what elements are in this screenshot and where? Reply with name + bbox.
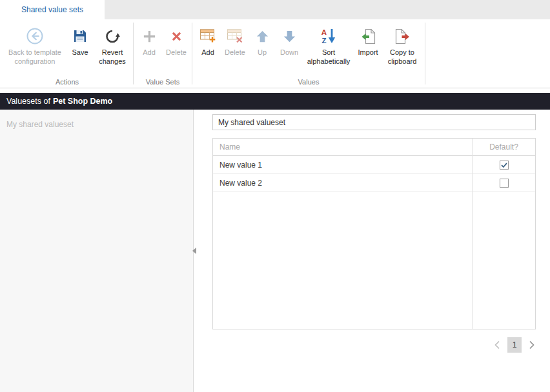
ribbon-group-label-actions: Actions [1, 78, 133, 86]
valueset-list-item[interactable]: My shared valueset [0, 117, 193, 132]
default-checkbox[interactable] [500, 179, 509, 188]
x-icon [169, 25, 184, 47]
valueset-editor-panel: Name Default? New value 1 New value 2 [194, 110, 550, 392]
button-label: Import [358, 48, 378, 57]
arrow-down-icon [282, 25, 297, 47]
sort-az-icon: A Z [320, 25, 338, 47]
copy-clipboard-icon [394, 25, 411, 47]
save-button[interactable]: Save [66, 22, 94, 57]
valueset-list-panel: My shared valueset [0, 110, 194, 392]
pagination: 1 [212, 337, 536, 353]
button-label: Add [201, 48, 214, 57]
arrow-up-icon [255, 25, 270, 47]
default-checkbox[interactable] [500, 161, 509, 170]
next-page-icon[interactable] [527, 340, 536, 350]
table-delete-icon [227, 25, 243, 47]
valueset-title-bar: Valuesets of Pet Shop Demo [0, 93, 550, 110]
value-name-cell: New value 1 [213, 161, 473, 170]
valueset-item-label: My shared valueset [6, 120, 74, 129]
button-label: Revert changes [96, 48, 129, 66]
tab-label: Shared value sets [21, 5, 83, 14]
values-add-button[interactable]: Add [194, 22, 221, 57]
prev-page-icon[interactable] [493, 340, 502, 350]
check-icon [500, 161, 508, 169]
table-add-icon [199, 25, 216, 47]
button-label: Sort alphabetically [305, 48, 352, 66]
sort-alphabetically-button[interactable]: A Z Sort alphabetically [303, 22, 354, 66]
button-label: Back to template configuration [5, 48, 65, 66]
revert-icon [105, 25, 120, 47]
valueset-add-button[interactable]: Add [136, 22, 163, 57]
save-icon [72, 25, 88, 47]
move-up-button[interactable]: Up [249, 22, 276, 57]
ribbon-group-actions: Back to template configuration Save [1, 19, 133, 88]
spacer [0, 88, 550, 93]
button-label: Delete [166, 48, 187, 57]
ribbon-separator [425, 23, 425, 84]
import-icon [360, 25, 376, 47]
value-name-cell: New value 2 [213, 179, 473, 188]
revert-changes-button[interactable]: Revert changes [94, 22, 131, 66]
tab-shared-value-sets[interactable]: Shared value sets [0, 0, 105, 19]
collapse-sidebar-handle[interactable] [191, 244, 197, 257]
copy-to-clipboard-button[interactable]: Copy to clipboard [382, 22, 423, 66]
ribbon-group-value-sets: Add Delete Value Sets [134, 19, 192, 88]
ribbon: Back to template configuration Save [0, 19, 550, 88]
title-project-name: Pet Shop Demo [53, 97, 112, 106]
ribbon-group-label-values: Values [192, 78, 425, 86]
column-separator [472, 139, 473, 329]
button-label: Up [258, 48, 267, 57]
content-area: My shared valueset Name Default? New val… [0, 110, 550, 392]
valueset-name-input[interactable] [212, 114, 536, 130]
value-row[interactable]: New value 2 [213, 174, 535, 192]
column-header-name[interactable]: Name [213, 142, 473, 152]
plus-icon [142, 25, 157, 47]
import-button[interactable]: Import [354, 22, 382, 57]
page-number-button[interactable]: 1 [507, 337, 522, 353]
back-circle-icon [26, 25, 44, 47]
values-table: Name Default? New value 1 New value 2 [212, 138, 536, 329]
button-label: Add [143, 48, 156, 57]
back-to-template-configuration-button[interactable]: Back to template configuration [3, 22, 66, 66]
move-down-button[interactable]: Down [276, 22, 303, 57]
button-label: Save [72, 48, 88, 57]
button-label: Delete [225, 48, 245, 57]
value-default-cell [473, 179, 535, 188]
values-delete-button[interactable]: Delete [221, 22, 249, 57]
ribbon-tab-strip: Shared value sets [0, 0, 550, 19]
valueset-delete-button[interactable]: Delete [163, 22, 190, 57]
ribbon-group-label-value-sets: Value Sets [134, 78, 192, 86]
svg-text:Z: Z [321, 37, 326, 44]
title-prefix: Valuesets of [6, 97, 50, 106]
value-default-cell [473, 161, 535, 170]
value-row[interactable]: New value 1 [213, 156, 535, 174]
button-label: Copy to clipboard [383, 48, 421, 66]
table-header-row: Name Default? [213, 139, 535, 156]
svg-text:A: A [321, 28, 327, 36]
ribbon-group-values: Add Delete [192, 19, 425, 88]
column-header-default[interactable]: Default? [473, 142, 535, 152]
button-label: Down [280, 48, 298, 57]
